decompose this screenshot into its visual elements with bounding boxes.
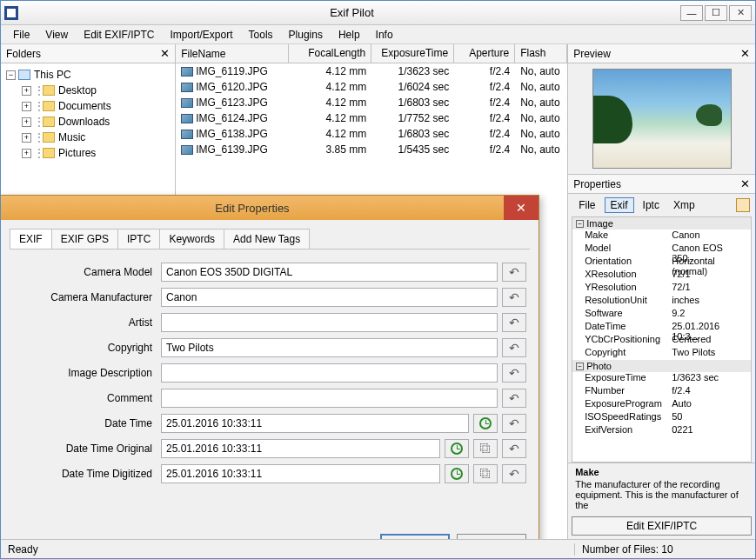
minimize-button[interactable]: — xyxy=(680,5,703,21)
undo-button[interactable] xyxy=(502,338,526,357)
img-desc-input[interactable] xyxy=(161,363,498,383)
expand-icon[interactable]: + xyxy=(22,117,31,127)
property-row[interactable]: XResolution72/1 xyxy=(572,269,751,282)
prop-group-photo[interactable]: −Photo xyxy=(572,360,751,372)
property-row[interactable]: OrientationHorizontal (normal) xyxy=(572,256,751,269)
prop-tab-exif[interactable]: Exif xyxy=(605,197,634,213)
tree-root[interactable]: − This PC xyxy=(3,67,173,83)
properties-panel: Properties ✕ File Exif Iptc Xmp −Image M… xyxy=(568,175,755,539)
undo-button[interactable] xyxy=(502,389,526,408)
prop-group-image[interactable]: −Image xyxy=(572,217,751,230)
artist-input[interactable] xyxy=(161,313,498,332)
tree-item[interactable]: +⋮Documents xyxy=(18,98,173,114)
property-row[interactable]: Software9.2 xyxy=(572,308,751,321)
prop-tab-iptc[interactable]: Iptc xyxy=(638,198,665,212)
dialog-close-button[interactable]: ✕ xyxy=(504,196,539,220)
date-picker-button[interactable] xyxy=(445,439,469,458)
date-orig-input[interactable] xyxy=(161,439,440,458)
copy-button[interactable] xyxy=(473,464,498,483)
tab-exif[interactable]: EXIF xyxy=(10,229,51,249)
cancel-button[interactable]: Cancel xyxy=(457,534,526,539)
tab-add-new-tags[interactable]: Add New Tags xyxy=(224,229,310,249)
file-row[interactable]: IMG_6123.JPG4.12 mm1/6803 secf/2.4No, au… xyxy=(176,95,567,110)
date-time-input[interactable] xyxy=(161,414,469,433)
collapse-icon[interactable]: − xyxy=(6,70,16,80)
undo-button[interactable] xyxy=(502,363,526,383)
undo-button[interactable] xyxy=(502,288,526,307)
undo-button[interactable] xyxy=(502,439,526,458)
collapse-icon[interactable]: − xyxy=(576,220,584,228)
copyright-input[interactable] xyxy=(161,338,498,357)
file-row[interactable]: IMG_6138.JPG4.12 mm1/6803 secf/2.4No, au… xyxy=(176,126,567,142)
date-dig-input[interactable] xyxy=(161,464,440,483)
file-row[interactable]: IMG_6119.JPG4.12 mm1/3623 secf/2.4No, au… xyxy=(176,63,567,79)
col-aperture[interactable]: Aperture xyxy=(454,44,515,63)
camera-mfr-input[interactable] xyxy=(161,288,498,307)
property-row[interactable]: MakeCanon xyxy=(572,230,751,243)
menu-file[interactable]: File xyxy=(6,27,37,43)
property-row[interactable]: ExposureTime1/3623 sec xyxy=(572,372,751,385)
property-row[interactable]: YCbCrPositioningCentered xyxy=(572,334,751,347)
col-filename[interactable]: FileName xyxy=(176,44,289,63)
undo-button[interactable] xyxy=(502,263,526,282)
menu-tools[interactable]: Tools xyxy=(242,27,280,43)
preview-close-icon[interactable]: ✕ xyxy=(740,47,750,60)
file-row[interactable]: IMG_6139.JPG3.85 mm1/5435 secf/2.4No, au… xyxy=(176,142,567,157)
tree-item[interactable]: +⋮Downloads xyxy=(18,114,173,130)
camera-model-input[interactable] xyxy=(161,263,498,282)
tree-item[interactable]: +⋮Pictures xyxy=(18,145,173,161)
properties-close-icon[interactable]: ✕ xyxy=(740,177,750,190)
preview-title: Preview xyxy=(573,48,611,60)
menu-import-export[interactable]: Import/Export xyxy=(164,27,240,43)
tab-keywords[interactable]: Keywords xyxy=(159,229,224,249)
date-picker-button[interactable] xyxy=(473,414,498,433)
tab-iptc[interactable]: IPTC xyxy=(117,229,159,249)
collapse-icon[interactable]: − xyxy=(576,363,584,370)
undo-button[interactable] xyxy=(502,414,526,433)
tree-item[interactable]: +⋮Desktop xyxy=(18,83,173,98)
property-row[interactable]: DateTime25.01.2016 10:3... xyxy=(572,321,751,334)
folder-icon xyxy=(43,132,55,143)
edit-exif-button[interactable]: Edit EXIF/IPTC xyxy=(572,516,752,536)
prop-tab-xmp[interactable]: Xmp xyxy=(668,198,700,212)
property-row[interactable]: CopyrightTwo Pilots xyxy=(572,347,751,360)
menu-view[interactable]: View xyxy=(38,27,75,43)
folders-close-icon[interactable]: ✕ xyxy=(160,47,170,60)
col-exposuretime[interactable]: ExposureTime xyxy=(371,44,454,63)
undo-button[interactable] xyxy=(502,464,526,483)
property-row[interactable]: ExposureProgramAuto xyxy=(572,398,751,411)
property-row[interactable]: ISOSpeedRatings50 xyxy=(572,411,751,424)
property-row[interactable]: ResolutionUnitinches xyxy=(572,295,751,308)
comment-input[interactable] xyxy=(161,389,498,408)
settings-icon[interactable] xyxy=(736,198,750,212)
tree-item[interactable]: +⋮Music xyxy=(18,130,173,145)
menu-help[interactable]: Help xyxy=(331,27,367,43)
menu-plugins[interactable]: Plugins xyxy=(282,27,330,43)
file-row[interactable]: IMG_6120.JPG4.12 mm1/6024 secf/2.4No, au… xyxy=(176,79,567,95)
expand-icon[interactable]: + xyxy=(22,102,31,111)
col-flash[interactable]: Flash xyxy=(515,44,567,63)
folder-icon xyxy=(43,116,55,127)
col-focallength[interactable]: FocalLength xyxy=(289,44,371,63)
label-copyright: Copyright xyxy=(13,342,161,354)
prop-tab-file[interactable]: File xyxy=(573,198,600,212)
ok-button[interactable]: OK xyxy=(380,534,450,539)
expand-icon[interactable]: + xyxy=(22,149,31,158)
close-button[interactable]: ✕ xyxy=(729,5,752,21)
folder-icon xyxy=(43,148,55,158)
undo-button[interactable] xyxy=(502,313,526,332)
file-row[interactable]: IMG_6124.JPG4.12 mm1/7752 secf/2.4No, au… xyxy=(176,110,567,126)
expand-icon[interactable]: + xyxy=(22,133,31,143)
property-row[interactable]: ExifVersion0221 xyxy=(572,424,751,437)
copy-button[interactable] xyxy=(473,439,498,458)
maximize-button[interactable]: ☐ xyxy=(705,5,727,21)
menu-edit-exif[interactable]: Edit EXIF/IPTC xyxy=(77,27,161,43)
menu-info[interactable]: Info xyxy=(369,27,400,43)
tab-exif-gps[interactable]: EXIF GPS xyxy=(51,229,117,249)
date-picker-button[interactable] xyxy=(445,464,469,483)
property-row[interactable]: ModelCanon EOS 350... xyxy=(572,243,751,256)
property-row[interactable]: YResolution72/1 xyxy=(572,282,751,295)
property-list[interactable]: −Image MakeCanonModelCanon EOS 350...Ori… xyxy=(572,216,752,463)
property-row[interactable]: FNumberf/2.4 xyxy=(572,385,751,398)
expand-icon[interactable]: + xyxy=(22,86,31,96)
